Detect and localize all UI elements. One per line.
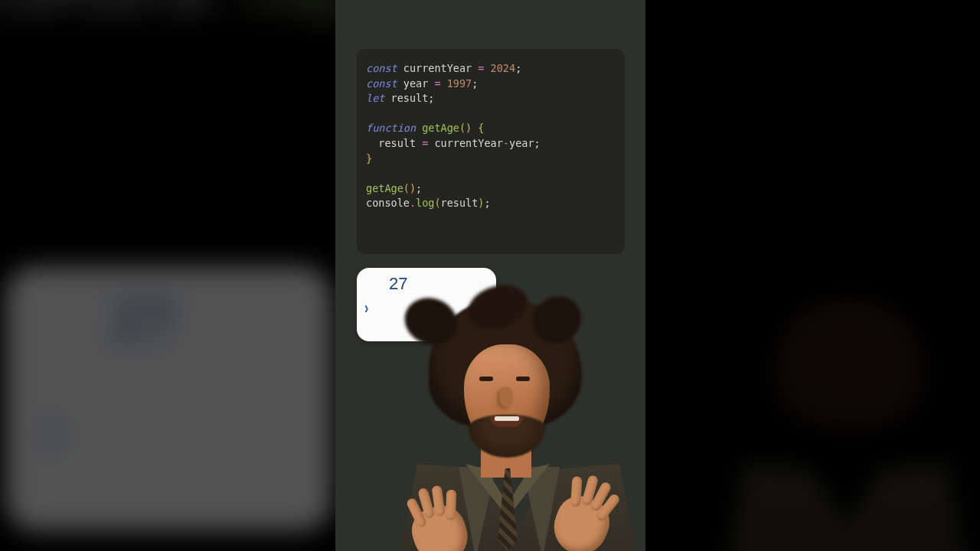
method-log: log <box>416 197 434 209</box>
console-output-card: 27 › <box>357 268 496 341</box>
bg-output-value: 27 <box>41 289 297 350</box>
semi-6: ; <box>485 197 491 209</box>
id-year-use: year <box>509 137 534 149</box>
kw-const-1: const <box>366 62 397 74</box>
log-close: ) <box>478 197 484 209</box>
kw-const-2: const <box>366 77 397 90</box>
obj-console: console <box>366 197 410 209</box>
semi-2: ; <box>472 77 478 90</box>
bg-console-dot: . <box>210 0 241 24</box>
kw-let: let <box>366 92 384 104</box>
semi-3: ; <box>428 92 434 104</box>
fn-parens: () <box>459 122 472 134</box>
semi-5: ; <box>416 182 422 194</box>
eq-3: = <box>422 137 428 149</box>
eq-2: = <box>434 77 440 90</box>
id-result-decl: result <box>391 92 429 104</box>
console-output-value: 27 <box>371 274 488 294</box>
num-2024: 2024 <box>491 62 516 74</box>
brace-close: } <box>366 152 372 165</box>
call-getAge: getAge <box>366 182 403 194</box>
bg-person-blur-right <box>689 291 980 551</box>
bg-output-prompt-icon: › <box>36 395 64 467</box>
bg-code-snippet: getAge(); console.log( <box>0 0 368 23</box>
brace-open: { <box>478 122 484 134</box>
eq-1: = <box>478 62 484 74</box>
op-minus: - <box>503 137 509 149</box>
kw-function: function <box>366 122 416 134</box>
semi-1: ; <box>515 62 521 74</box>
id-currentYear-use: currentYear <box>434 137 502 149</box>
bg-console-obj: console <box>0 0 210 24</box>
call-getAge-parens: () <box>403 182 416 194</box>
id-currentYear: currentYear <box>403 62 472 74</box>
arg-result: result <box>441 197 479 209</box>
id-result-assign: result <box>378 137 416 149</box>
num-1997: 1997 <box>447 77 472 90</box>
bg-log-call: log <box>241 0 336 24</box>
phone-frame: const currentYear = 2024; const year = 1… <box>335 0 645 551</box>
fn-getAge-decl: getAge <box>422 122 459 134</box>
dot-console: . <box>410 197 416 209</box>
semi-4: ; <box>534 137 541 149</box>
code-editor-card: const currentYear = 2024; const year = 1… <box>357 49 625 254</box>
console-prompt-icon: › <box>364 298 368 318</box>
indent <box>366 137 378 149</box>
bg-output-card: 27 › <box>6 267 332 531</box>
id-year: year <box>403 77 429 90</box>
log-open: ( <box>434 197 440 209</box>
